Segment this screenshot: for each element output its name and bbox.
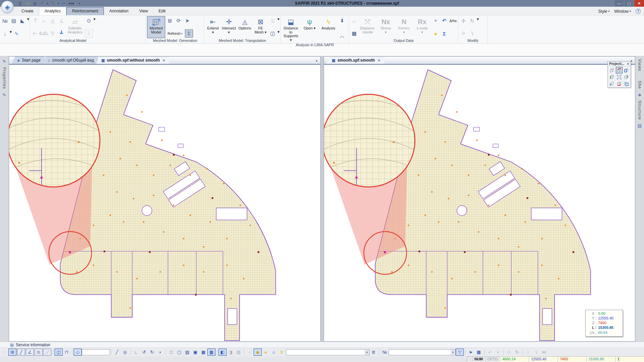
retaining-wall-dropdown-icon[interactable]: ▾ <box>27 17 29 25</box>
retaining-wall-icon[interactable]: ◣ <box>18 17 26 25</box>
light-on-icon[interactable]: ● <box>262 349 270 356</box>
bridge-icon[interactable]: ◠ <box>338 34 346 42</box>
one-node-button[interactable]: Rx 1-node▾ <box>413 16 431 38</box>
projection-isometric-icon[interactable] <box>608 67 615 73</box>
display-hidden-line-icon[interactable]: ▢ <box>175 349 183 356</box>
spring-support-icon[interactable]: ∿ <box>12 29 20 38</box>
numbering-icon[interactable]: № <box>1 17 9 25</box>
mesh-plan-canvas[interactable] <box>9 65 320 341</box>
rotate-y-icon[interactable]: ↻ <box>148 349 156 356</box>
support-top-icon[interactable]: ⊤ <box>31 17 39 25</box>
plane-level-input[interactable] <box>82 349 110 355</box>
numbering-filter-icon[interactable]: № <box>381 349 389 356</box>
orbit-icon[interactable]: ↻ <box>513 349 521 356</box>
display-textured-icon[interactable]: ▣ <box>191 349 199 356</box>
snap-line-icon[interactable]: ╱ <box>17 349 25 356</box>
copy-analytics-icon[interactable]: ▤ <box>10 17 18 25</box>
measure-icon[interactable]: ⟺ <box>68 1 74 6</box>
magnet-screen-icon[interactable]: ◫ <box>55 349 63 356</box>
align-panels-icon[interactable]: ◫ <box>269 29 277 38</box>
right-viewport[interactable] <box>324 65 635 341</box>
tab-create[interactable]: Create <box>16 7 39 15</box>
tab-reinforcement[interactable]: Reinforcement <box>66 7 104 15</box>
cursor-filter-icon[interactable]: ➤ <box>467 349 475 356</box>
redo-icon[interactable]: ↷ <box>50 1 56 6</box>
style-menu[interactable]: Style ▾ <box>598 9 610 14</box>
pane-splitter[interactable] <box>321 56 324 342</box>
move-copy-icon[interactable]: ⁘ <box>524 349 532 356</box>
axis-mark-icon[interactable]: ⊙ <box>85 17 93 25</box>
fe-mesh-button[interactable]: ⊠ FE Mesh ▾ <box>253 16 268 38</box>
c1c2-icon[interactable]: C₁C₂ <box>40 29 48 38</box>
extend-button[interactable]: ⇤ Extend▾ <box>205 16 220 38</box>
support-hinge-icon[interactable]: △ <box>49 17 57 25</box>
layer-select[interactable]: ▾ <box>286 349 370 355</box>
open-in-lira-button[interactable]: ψ Open ▾ <box>301 16 319 43</box>
app-logo-button[interactable]: ◈ <box>1 1 14 13</box>
tab-general-view[interactable]: ⌂ smooth.spf:Общий вид <box>43 57 98 64</box>
update-model-icon[interactable]: ⟳ <box>61 1 66 6</box>
views-panel-tab[interactable]: Views <box>637 59 642 71</box>
work-plane-icon[interactable]: ◇ <box>74 349 82 356</box>
undo-results-icon[interactable]: ↶ <box>440 17 448 25</box>
pinned-support-icon[interactable]: ▽ <box>49 29 57 38</box>
align-dropdown-icon[interactable]: ▾ <box>277 29 279 38</box>
tab-edit[interactable]: Edit <box>153 7 171 15</box>
display-mesh-icon[interactable]: ▦ <box>207 349 215 356</box>
sheets-panel-tab[interactable]: She <box>637 81 642 89</box>
light-layers-icon[interactable]: ≣ <box>278 349 286 356</box>
display-settings-icon[interactable]: ▩ <box>199 349 207 356</box>
service-information-row[interactable]: ▤ Service information <box>0 342 644 348</box>
load-dropdown-icon[interactable]: ▾ <box>10 29 12 38</box>
window-menu[interactable]: Window ▾ <box>614 9 631 14</box>
light-off-icon[interactable]: ○ <box>246 349 254 356</box>
tab-start-page[interactable]: ◈ Start page <box>12 57 45 64</box>
magnet-object-icon[interactable]: ⊓ <box>63 349 71 356</box>
light-object-icon[interactable]: ⌂ <box>270 349 278 356</box>
clip-box-icon[interactable]: ◧ <box>218 349 227 356</box>
cursor-check-icon[interactable]: ➤ <box>183 17 191 25</box>
projection-fit-icon[interactable] <box>616 74 623 80</box>
displacement-button[interactable]: ⤱ Displace- ment▾ <box>359 16 376 38</box>
options-button[interactable]: ◬ Options <box>237 16 252 38</box>
undo-icon[interactable]: ↶ <box>40 1 45 6</box>
tab-overflow-icon[interactable]: ▾ <box>313 59 320 64</box>
close-tab-icon[interactable]: ✕ <box>163 59 165 62</box>
new-document-icon[interactable]: ▯ <box>17 1 23 6</box>
tab-view[interactable]: View <box>134 7 153 15</box>
ortho-corner-icon[interactable]: ∟ <box>132 349 140 356</box>
clip-plane-icon[interactable]: ◨ <box>227 349 235 356</box>
mirror-icon[interactable]: ∖ <box>468 29 476 38</box>
structure-panel-tab[interactable]: Structure <box>637 100 642 120</box>
left-viewport[interactable] <box>9 65 320 341</box>
refresh-button[interactable]: Refresh▾ <box>166 29 184 38</box>
meshed-model-button[interactable]: MeshedModel <box>147 16 165 38</box>
minimize-button[interactable]: — <box>614 0 624 7</box>
table-filter-icon[interactable]: ▦ <box>475 349 483 356</box>
filter-select[interactable]: ▾ <box>389 349 456 355</box>
tab-smooth[interactable]: ▦ smooth.spf:smooth ✕ <box>327 57 385 64</box>
mirror-line-icon[interactable]: ∖ <box>532 349 540 356</box>
rotate-x-icon[interactable]: ↺ <box>140 349 148 356</box>
tab-annotation[interactable]: Annotation <box>104 7 134 15</box>
projection-user-view-icon[interactable] <box>623 80 630 87</box>
display-shaded-icon[interactable]: ▧ <box>183 349 191 356</box>
open-folder-icon[interactable]: ▱ <box>25 1 30 6</box>
snap-angle-icon[interactable]: ∠ <box>26 349 34 356</box>
mesh-sync-icon[interactable]: ⟳ <box>175 17 183 25</box>
draw-circle-icon[interactable]: ◎ <box>121 349 129 356</box>
column-support-icon[interactable]: ⊢ <box>31 29 39 38</box>
edit-properties-icon[interactable]: ✎ <box>3 59 6 64</box>
redo-dropdown-icon[interactable]: ▾ <box>58 2 59 5</box>
move-node-icon[interactable]: ⁘ <box>459 29 467 38</box>
snap-polyline-icon[interactable]: ⋰ <box>43 349 51 356</box>
display-wireframe-icon[interactable]: □ <box>167 349 175 356</box>
toolbar-grip[interactable]: ⋮⋮ <box>1 350 7 354</box>
distance-to-supports-button[interactable]: ⬓ Distance to Supports ▾ <box>282 16 300 43</box>
editable-analytics-button[interactable]: ▱ EditableAnalytics <box>66 16 84 38</box>
draw-line-icon[interactable]: ╱ <box>113 349 121 356</box>
pan-icon[interactable]: ⊹ <box>505 349 513 356</box>
anchor-support-icon[interactable]: ┻ <box>57 29 65 38</box>
nodes-bulb-on-icon[interactable]: ● <box>432 29 440 38</box>
nodes-bulb-off-icon[interactable]: ⚬ <box>432 17 440 25</box>
